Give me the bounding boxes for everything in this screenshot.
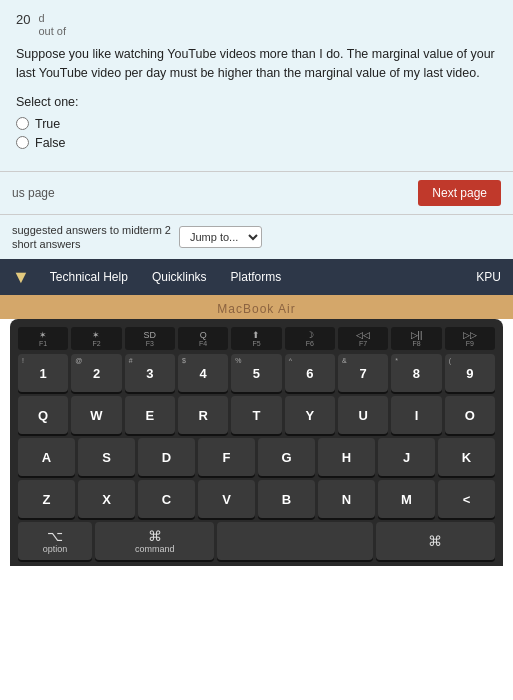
key-x-label: X bbox=[102, 492, 111, 507]
key-2[interactable]: @ 2 bbox=[71, 354, 121, 392]
fn-key-f9[interactable]: ▷▷ F9 bbox=[445, 327, 495, 350]
key-c[interactable]: C bbox=[138, 480, 195, 518]
key-m[interactable]: M bbox=[378, 480, 435, 518]
zxcv-row: Z X C V B N M < bbox=[18, 480, 495, 518]
command-key-left[interactable]: ⌘ command bbox=[95, 522, 214, 560]
nav-link-technical-help[interactable]: Technical Help bbox=[50, 270, 128, 284]
key-e[interactable]: E bbox=[125, 396, 175, 434]
key-less-than[interactable]: < bbox=[438, 480, 495, 518]
key-v-label: V bbox=[222, 492, 231, 507]
key-9-label: 9 bbox=[466, 366, 473, 381]
key-w[interactable]: W bbox=[71, 396, 121, 434]
key-6[interactable]: ^ 6 bbox=[285, 354, 335, 392]
jump-select[interactable]: Jump to... bbox=[179, 226, 262, 248]
key-4[interactable]: $ 4 bbox=[178, 354, 228, 392]
key-6-sublabel: ^ bbox=[289, 357, 292, 364]
key-k-label: K bbox=[462, 450, 471, 465]
nav-link-quicklinks[interactable]: Quicklinks bbox=[152, 270, 207, 284]
next-page-button[interactable]: Next page bbox=[418, 180, 501, 206]
previous-page-button[interactable]: us page bbox=[12, 186, 55, 200]
radio-option-false[interactable]: False bbox=[16, 136, 497, 150]
f7-label: F7 bbox=[359, 340, 367, 347]
radio-option-true[interactable]: True bbox=[16, 117, 497, 131]
key-g-label: G bbox=[281, 450, 291, 465]
option-key[interactable]: ⌥ option bbox=[18, 522, 92, 560]
asdf-row: A S D F G H J K bbox=[18, 438, 495, 476]
brightness-up-icon: ✶ bbox=[92, 330, 100, 340]
f2-label: F2 bbox=[92, 340, 100, 347]
keyboard-brightness-icon: ⬆ bbox=[252, 330, 260, 340]
brightness-down-icon: ✶ bbox=[39, 330, 47, 340]
key-i-label: I bbox=[415, 408, 419, 423]
key-h[interactable]: H bbox=[318, 438, 375, 476]
radio-false-label: False bbox=[35, 136, 66, 150]
fn-key-f4[interactable]: Q F4 bbox=[178, 327, 228, 350]
key-o[interactable]: O bbox=[445, 396, 495, 434]
radio-false[interactable] bbox=[16, 136, 29, 149]
nav-link-platforms[interactable]: Platforms bbox=[231, 270, 282, 284]
key-6-label: 6 bbox=[306, 366, 313, 381]
key-y[interactable]: Y bbox=[285, 396, 335, 434]
fn-key-f6[interactable]: ☽ F6 bbox=[285, 327, 335, 350]
key-b[interactable]: B bbox=[258, 480, 315, 518]
key-1-sublabel: ! bbox=[22, 357, 24, 364]
radio-true[interactable] bbox=[16, 117, 29, 130]
key-y-label: Y bbox=[305, 408, 314, 423]
key-7-sublabel: & bbox=[342, 357, 347, 364]
f6-label: F6 bbox=[306, 340, 314, 347]
key-u[interactable]: U bbox=[338, 396, 388, 434]
key-g[interactable]: G bbox=[258, 438, 315, 476]
jump-section: suggested answers to midterm 2short answ… bbox=[0, 214, 513, 260]
fn-key-f3[interactable]: SD F3 bbox=[125, 327, 175, 350]
key-x[interactable]: X bbox=[78, 480, 135, 518]
key-z[interactable]: Z bbox=[18, 480, 75, 518]
nav-link-kpu[interactable]: KPU bbox=[476, 270, 501, 284]
key-v[interactable]: V bbox=[198, 480, 255, 518]
fn-key-f2[interactable]: ✶ F2 bbox=[71, 327, 121, 350]
key-r[interactable]: R bbox=[178, 396, 228, 434]
key-k[interactable]: K bbox=[438, 438, 495, 476]
key-w-label: W bbox=[90, 408, 102, 423]
command-sym-right: ⌘ bbox=[428, 533, 442, 549]
key-i[interactable]: I bbox=[391, 396, 441, 434]
f9-label: F9 bbox=[466, 340, 474, 347]
fn-key-f1[interactable]: ✶ F1 bbox=[18, 327, 68, 350]
key-t[interactable]: T bbox=[231, 396, 281, 434]
fn-key-f8[interactable]: ▷|| F8 bbox=[391, 327, 441, 350]
navigation-bar: ▼ Technical Help Quicklinks Platforms KP… bbox=[0, 259, 513, 295]
key-9[interactable]: ( 9 bbox=[445, 354, 495, 392]
key-1[interactable]: ! 1 bbox=[18, 354, 68, 392]
keyboard: ✶ F1 ✶ F2 SD F3 Q F4 ⬆ F5 ☽ F6 ◁◁ F7 ▷|| bbox=[10, 319, 503, 566]
qwerty-row: Q W E R T Y U I O bbox=[18, 396, 495, 434]
macbook-brand-label: MacBook Air bbox=[217, 302, 295, 316]
key-5[interactable]: % 5 bbox=[231, 354, 281, 392]
key-a[interactable]: A bbox=[18, 438, 75, 476]
spacebar[interactable] bbox=[217, 522, 372, 560]
key-q[interactable]: Q bbox=[18, 396, 68, 434]
key-2-label: 2 bbox=[93, 366, 100, 381]
key-5-label: 5 bbox=[253, 366, 260, 381]
key-8-label: 8 bbox=[413, 366, 420, 381]
key-f[interactable]: F bbox=[198, 438, 255, 476]
fn-key-f7[interactable]: ◁◁ F7 bbox=[338, 327, 388, 350]
quiz-section: 20 d out of Suppose you like watching Yo… bbox=[0, 0, 513, 171]
key-b-label: B bbox=[282, 492, 291, 507]
fn-key-f5[interactable]: ⬆ F5 bbox=[231, 327, 281, 350]
key-n[interactable]: N bbox=[318, 480, 375, 518]
key-2-sublabel: @ bbox=[75, 357, 82, 364]
key-3[interactable]: # 3 bbox=[125, 354, 175, 392]
do-not-disturb-icon: ☽ bbox=[306, 330, 314, 340]
key-7[interactable]: & 7 bbox=[338, 354, 388, 392]
question-number: 20 bbox=[16, 12, 30, 37]
key-j[interactable]: J bbox=[378, 438, 435, 476]
fn-row: ✶ F1 ✶ F2 SD F3 Q F4 ⬆ F5 ☽ F6 ◁◁ F7 ▷|| bbox=[18, 327, 495, 350]
key-4-sublabel: $ bbox=[182, 357, 186, 364]
key-s-label: S bbox=[102, 450, 111, 465]
key-d[interactable]: D bbox=[138, 438, 195, 476]
fast-forward-icon: ▷▷ bbox=[463, 330, 477, 340]
key-u-label: U bbox=[358, 408, 367, 423]
key-s[interactable]: S bbox=[78, 438, 135, 476]
command-key-right[interactable]: ⌘ bbox=[376, 522, 495, 560]
macbook-label-area: MacBook Air bbox=[0, 295, 513, 319]
key-8[interactable]: * 8 bbox=[391, 354, 441, 392]
